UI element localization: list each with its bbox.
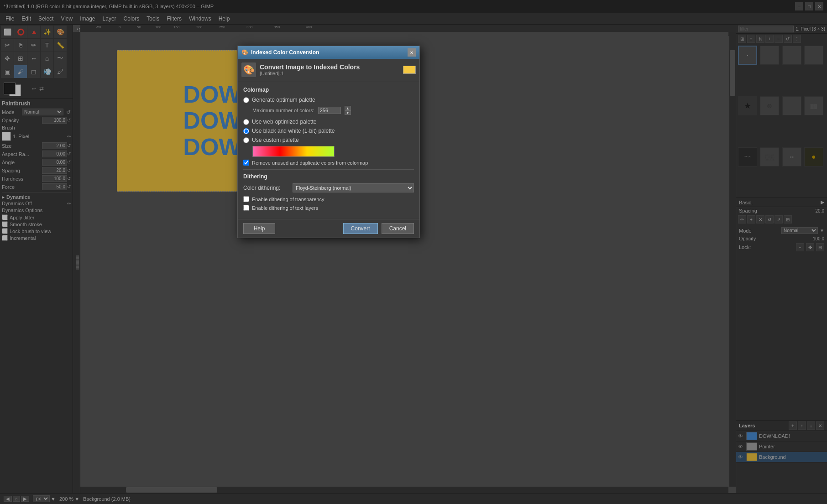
minimize-button[interactable]: – [795, 2, 803, 10]
force-reset[interactable]: ↺ [67, 184, 71, 189]
layer-eye-background[interactable]: 👁 [738, 454, 744, 460]
brush-thumb-9[interactable]: ~∽ [738, 147, 757, 166]
angle-reset[interactable]: ↺ [67, 160, 71, 165]
swap-colors-icon[interactable]: ⇄ [39, 85, 44, 92]
custom-palette-preview[interactable] [252, 146, 335, 157]
menu-windows[interactable]: Windows [185, 15, 215, 23]
right-icon-2[interactable]: + [747, 215, 755, 223]
brush-thumb-2[interactable]: ● [760, 46, 779, 65]
menu-select[interactable]: Select [35, 15, 57, 23]
lock-position-icon[interactable]: ✥ [806, 243, 814, 251]
cancel-button[interactable]: Cancel [382, 223, 414, 234]
smooth-stroke-checkbox[interactable] [2, 221, 8, 227]
close-button[interactable]: ✕ [815, 2, 823, 10]
brush-thumb-12[interactable]: ● [804, 147, 823, 166]
dialog-close-button[interactable]: ✕ [408, 48, 416, 57]
maximize-button[interactable]: □ [805, 2, 813, 10]
layer-row-pointer[interactable]: 👁 Pointer [736, 442, 827, 452]
brush-thumb-6[interactable]: ⊛ [760, 96, 779, 115]
tool-select-scissors[interactable]: ✂ [1, 39, 14, 52]
layer-row-download[interactable]: 👁 DOWNLOAD! [736, 431, 827, 442]
tool-eraser[interactable]: ◻ [27, 65, 40, 78]
foreground-color-swatch[interactable] [4, 83, 16, 94]
tool-select-color[interactable]: 🎨 [54, 26, 67, 38]
tool-text[interactable]: T [41, 39, 53, 52]
tool-cage[interactable]: ⌂ [41, 52, 53, 65]
help-button[interactable]: Help [243, 223, 275, 234]
hardness-reset[interactable]: ↺ [67, 176, 71, 181]
brush-preview[interactable] [2, 132, 11, 141]
tool-ink[interactable]: 🖊 [54, 65, 67, 78]
radio-web[interactable] [243, 119, 249, 125]
raise-layer-icon[interactable]: ↑ [798, 421, 806, 430]
brush-thumb-10[interactable]: ░░ [760, 147, 779, 166]
color-dithering-select[interactable]: Floyd-Steinberg (normal) No dithering Fl… [293, 183, 414, 192]
brush-thumb-7[interactable]: ∷ [782, 96, 801, 115]
scrollbar-vertical[interactable] [729, 32, 736, 487]
enable-text-checkbox[interactable] [243, 205, 249, 211]
statusbar-next-btn[interactable]: ▶ [21, 496, 29, 502]
tool-select-rect[interactable]: ⬜ [1, 26, 14, 38]
layer-row-background[interactable]: 👁 Background [736, 452, 827, 462]
spinner-up[interactable]: ▲ [345, 106, 351, 110]
lower-layer-icon[interactable]: ↓ [807, 421, 815, 430]
radio-custom[interactable] [243, 137, 249, 143]
angle-input[interactable] [42, 159, 67, 166]
incremental-checkbox[interactable] [2, 235, 8, 241]
menu-file[interactable]: File [2, 15, 18, 23]
statusbar-prev-btn[interactable]: ◀ [4, 496, 12, 502]
lock-alpha-icon[interactable]: ⚬ [796, 243, 804, 251]
force-input[interactable] [42, 183, 67, 190]
brush-filter-input[interactable] [738, 26, 794, 32]
right-mode-select[interactable]: Normal [781, 227, 818, 234]
radio-generate[interactable] [243, 97, 249, 103]
brush-refresh-icon[interactable]: ↺ [784, 35, 792, 43]
statusbar-home-btn[interactable]: ⌂ [13, 496, 20, 502]
lock-brush-checkbox[interactable] [2, 228, 8, 234]
menu-edit[interactable]: Edit [18, 15, 35, 23]
new-layer-icon[interactable]: + [789, 421, 797, 430]
opacity-input[interactable] [42, 117, 67, 124]
size-input[interactable] [42, 142, 67, 149]
layer-eye-pointer[interactable]: 👁 [738, 444, 744, 449]
hardness-input[interactable] [42, 175, 67, 182]
tool-3d-transform[interactable]: ▣ [1, 65, 14, 78]
dynamics-edit-icon[interactable]: ✏ [67, 201, 71, 206]
lock-all-icon[interactable]: ⊟ [816, 243, 824, 251]
brush-thumb-8[interactable]: ▓▓ [804, 96, 823, 115]
tool-paths[interactable]: ✏ [27, 39, 40, 52]
aspect-reset[interactable]: ↺ [67, 151, 71, 156]
brush-thumb-5[interactable]: ★ [738, 96, 757, 115]
brush-thumb-4[interactable]: ● [804, 46, 823, 65]
brush-delete-icon[interactable]: − [775, 35, 783, 43]
brush-add-icon[interactable]: + [765, 35, 774, 43]
tool-select-ellipse[interactable]: ⭕ [14, 26, 27, 38]
right-icon-1[interactable]: ✏ [738, 215, 746, 223]
opacity-reset[interactable]: ↺ [67, 118, 71, 123]
menu-view[interactable]: View [57, 15, 76, 23]
menu-help[interactable]: Help [215, 15, 234, 23]
tool-align[interactable]: ⊞ [14, 52, 27, 65]
brush-options-icon[interactable]: ⋮ [793, 35, 801, 43]
right-icon-4[interactable]: ↺ [765, 215, 774, 223]
menu-tools[interactable]: Tools [143, 15, 163, 23]
brush-thumb-3[interactable]: ● [782, 46, 801, 65]
tool-measure[interactable]: 📏 [54, 39, 67, 52]
tool-warp[interactable]: 〜 [54, 52, 67, 65]
size-reset[interactable]: ↺ [67, 143, 71, 148]
reset-colors-icon[interactable]: ↩ [32, 86, 36, 91]
aspect-input[interactable] [42, 151, 67, 157]
convert-button[interactable]: Convert [343, 223, 378, 234]
menu-filters[interactable]: Filters [163, 15, 185, 23]
brush-thumb-pixel[interactable]: · [738, 46, 757, 65]
layer-eye-download[interactable]: 👁 [738, 433, 744, 439]
spacing-reset[interactable]: ↺ [67, 168, 71, 173]
tool-select-free[interactable]: 🔺 [27, 26, 40, 38]
tool-move[interactable]: ✥ [1, 52, 14, 65]
tool-select-fuzzy[interactable]: ✨ [41, 26, 53, 38]
brush-grid-icon[interactable]: ⊞ [738, 35, 746, 43]
tool-foreground[interactable]: 🖱 [14, 39, 27, 52]
brush-edit-icon[interactable]: ✏ [67, 134, 71, 139]
dynamics-header[interactable]: ▶ Dynamics [2, 194, 71, 200]
brush-sort-icon[interactable]: ⇅ [756, 35, 764, 43]
